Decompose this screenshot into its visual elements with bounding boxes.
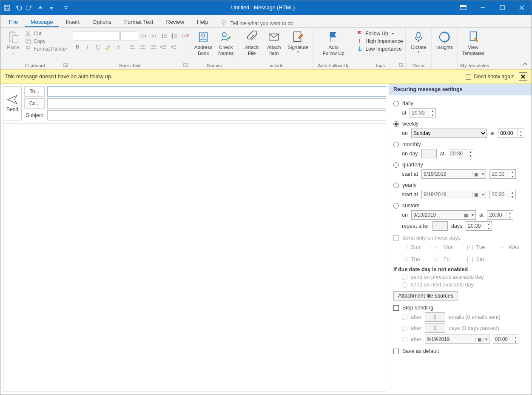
shrink-font-icon[interactable]: A▼ (149, 31, 159, 40)
send-next-radio[interactable] (402, 282, 407, 288)
stop-after-emails-radio[interactable] (402, 315, 407, 320)
high-importance-button[interactable]: !High Importance (357, 38, 403, 45)
grow-font-icon[interactable]: A▲ (139, 31, 148, 40)
stop-emails-input[interactable] (425, 312, 445, 322)
message-body[interactable] (3, 123, 386, 392)
tab-message[interactable]: Message (25, 16, 59, 27)
yearly-date-picker[interactable]: ▦▼ (421, 190, 486, 199)
follow-up-button[interactable]: Follow Up▼ (357, 30, 403, 37)
repeat-after-input[interactable] (432, 221, 448, 231)
dont-show-again-checkbox[interactable]: Don't show again (466, 74, 515, 80)
day-thu[interactable]: Thu (402, 256, 430, 262)
send-button[interactable]: Send (3, 86, 22, 120)
tab-help[interactable]: Help (191, 16, 214, 27)
check-names-button[interactable]: Check Names (216, 29, 236, 57)
tab-options[interactable]: Options (86, 16, 117, 27)
auto-follow-up-button[interactable]: Auto Follow Up (316, 29, 351, 57)
clear-formatting-icon[interactable]: A⌫ (180, 31, 189, 40)
stop-days-input[interactable] (425, 323, 445, 333)
day-mon[interactable]: Mon (435, 244, 462, 250)
numbering-icon[interactable]: 123 (170, 31, 179, 40)
custom-time-spinner[interactable]: ▲▼ (487, 210, 513, 220)
tab-format-text[interactable]: Format Text (118, 16, 159, 27)
align-center-icon[interactable] (138, 42, 148, 52)
day-sun[interactable]: Sun (402, 244, 430, 250)
align-right-icon[interactable] (148, 42, 158, 52)
tab-file[interactable]: File (3, 16, 24, 27)
subject-field[interactable] (47, 110, 386, 120)
address-book-button[interactable]: Address Book (193, 29, 214, 57)
attach-item-button[interactable]: Attach Item (264, 29, 284, 57)
weekly-time-spinner[interactable]: ▲▼ (498, 129, 524, 138)
infobar-close-button[interactable] (519, 72, 527, 81)
stop-time-spinner[interactable]: ▲▼ (493, 335, 519, 344)
daily-time-spinner[interactable]: ▲▼ (410, 108, 436, 117)
save-icon[interactable] (4, 4, 11, 11)
format-painter-button[interactable]: Format Painter (25, 46, 67, 52)
day-sat[interactable]: Sat (467, 256, 495, 262)
paste-button[interactable]: Paste ▼ (3, 29, 23, 57)
yearly-time-spinner[interactable]: ▲▼ (489, 190, 516, 199)
dictate-button[interactable]: Dictate▼ (408, 29, 429, 55)
signature-button[interactable]: Signature▼ (286, 29, 310, 55)
quarterly-date-picker[interactable]: ▦▼ (421, 169, 486, 179)
italic-icon[interactable]: I (83, 42, 92, 52)
collapse-ribbon-icon[interactable] (521, 60, 529, 67)
font-color-icon[interactable]: A (114, 42, 123, 52)
stop-sending-checkbox[interactable] (393, 305, 399, 311)
cc-button[interactable]: Cc... (24, 98, 45, 109)
custom-radio[interactable] (393, 203, 399, 209)
quarterly-radio[interactable] (393, 162, 399, 168)
decrease-indent-icon[interactable] (159, 42, 168, 52)
cut-button[interactable]: Cut (25, 30, 67, 37)
attachment-sources-button[interactable]: Attachment file sources (393, 291, 458, 301)
stop-after-date-radio[interactable] (402, 337, 407, 342)
weekly-day-select[interactable]: Sunday (411, 129, 487, 138)
bold-icon[interactable]: B (73, 42, 82, 52)
to-button[interactable]: To... (24, 86, 45, 97)
day-wed[interactable]: Wed (500, 244, 527, 250)
send-prev-radio[interactable] (402, 275, 407, 280)
monthly-day-input[interactable] (421, 149, 437, 158)
attach-file-button[interactable]: Attach File (242, 29, 262, 57)
font-size-combo[interactable] (120, 31, 138, 40)
quarterly-time-spinner[interactable]: ▲▼ (489, 169, 516, 179)
yearly-radio[interactable] (393, 183, 399, 188)
qat-customize-icon[interactable] (63, 4, 69, 11)
font-family-combo[interactable] (73, 31, 119, 40)
insights-button[interactable]: Insights (434, 29, 455, 52)
minimize-icon[interactable] (473, 0, 492, 15)
to-field[interactable] (47, 86, 386, 97)
redo-icon[interactable] (26, 4, 33, 11)
save-default-checkbox[interactable] (393, 349, 399, 354)
custom-date-picker[interactable]: ▦▼ (411, 210, 476, 220)
undo-icon[interactable] (15, 4, 22, 11)
increase-indent-icon[interactable] (169, 42, 178, 52)
tell-me-search[interactable]: Tell me what you want to do (220, 19, 293, 27)
maximize-icon[interactable] (492, 0, 512, 15)
stop-after-days-radio[interactable] (402, 326, 407, 331)
weekly-radio[interactable] (393, 121, 399, 127)
tab-review[interactable]: Review (160, 16, 190, 27)
highlight-icon[interactable] (103, 42, 113, 52)
prev-item-icon[interactable] (37, 4, 44, 11)
day-fri[interactable]: Fri (435, 256, 462, 262)
send-only-checkbox[interactable] (393, 235, 399, 241)
view-templates-button[interactable]: View Templates (460, 29, 486, 57)
cc-field[interactable] (47, 98, 386, 109)
tab-insert[interactable]: Insert (60, 16, 86, 27)
bullets-icon[interactable] (159, 31, 169, 40)
day-tue[interactable]: Tue (467, 244, 495, 250)
close-icon[interactable] (512, 0, 532, 15)
monthly-radio[interactable] (393, 142, 399, 147)
underline-icon[interactable]: U (93, 42, 102, 52)
stop-date-picker[interactable]: ▦▼ (425, 335, 489, 344)
monthly-time-spinner[interactable]: ▲▼ (448, 149, 474, 158)
repeat-time-spinner[interactable]: ▲▼ (466, 221, 492, 231)
clipboard-dialog-launcher-icon[interactable] (63, 63, 68, 68)
basic-text-dialog-launcher-icon[interactable] (183, 63, 188, 68)
align-left-icon[interactable] (128, 42, 137, 52)
ribbon-display-options-icon[interactable] (453, 0, 473, 15)
low-importance-button[interactable]: Low Importance (357, 46, 403, 52)
next-item-icon[interactable] (48, 4, 55, 11)
